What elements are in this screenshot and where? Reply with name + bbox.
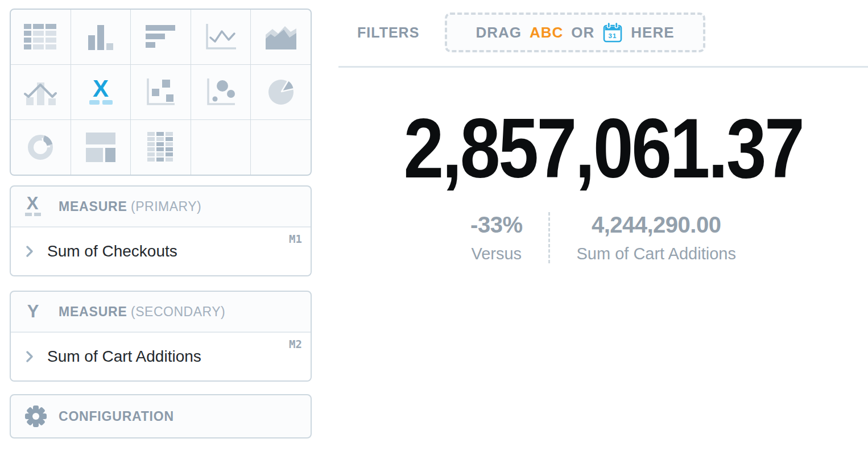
measure-secondary-panel: Y MEASURE (SECONDARY) Sum of Cart Additi… — [10, 291, 312, 382]
comparison-delta: -33% Versus — [470, 212, 548, 263]
kpi-number-icon: X — [85, 77, 117, 107]
chevron-right-icon — [26, 245, 34, 258]
chart-type-kpi-number[interactable]: X — [71, 65, 131, 119]
gear-icon — [24, 405, 47, 428]
horizontal-bar-chart-icon — [146, 25, 175, 49]
chart-type-pie-chart[interactable] — [251, 65, 311, 119]
measure-label: Sum of Cart Additions — [47, 347, 201, 366]
chart-type-area-chart[interactable] — [251, 10, 311, 64]
measure-tag: M2 — [289, 338, 302, 350]
chart-type-bar-chart[interactable] — [71, 10, 131, 64]
area-chart-icon — [264, 23, 297, 51]
measure-primary-header[interactable]: X MEASURE (PRIMARY) — [11, 187, 311, 226]
sidebar: X — [10, 9, 312, 438]
main-area: FILTERS DRAG ABC OR 31 HERE 2,857,061.37… — [338, 0, 868, 263]
y-axis-icon: Y — [24, 299, 47, 324]
chevron-right-icon — [26, 350, 34, 363]
chart-type-dashboard-layout[interactable] — [71, 120, 131, 175]
configuration-title: CONFIGURATION — [59, 409, 174, 424]
analytics-query-builder: X — [0, 0, 868, 451]
filter-dropzone[interactable]: DRAG ABC OR 31 HERE — [445, 13, 705, 52]
chart-type-empty-cell — [251, 120, 311, 175]
line-chart-icon — [204, 23, 237, 51]
dropzone-word-or: OR — [571, 24, 594, 42]
panel-qualifier: (PRIMARY) — [131, 199, 201, 214]
bubble-chart-icon — [205, 77, 236, 107]
chart-type-horizontal-bar-chart[interactable] — [131, 10, 191, 64]
dropzone-word-drag: DRAG — [476, 24, 522, 42]
svg-text:X: X — [93, 77, 109, 102]
chart-type-empty-cell — [191, 120, 251, 175]
calendar-31-icon: 31 — [602, 22, 623, 43]
dropzone-word-here: HERE — [631, 24, 674, 42]
bar-chart-icon — [87, 23, 114, 51]
kpi-comparison: -33% Versus 4,244,290.00 Sum of Cart Add… — [338, 212, 868, 263]
kpi-value: 2,857,061.37 — [375, 106, 831, 191]
svg-text:X: X — [27, 194, 39, 213]
comparison-baseline-label: Sum of Cart Additions — [576, 245, 735, 263]
abc-property-icon: ABC — [530, 24, 563, 42]
pie-chart-icon — [267, 78, 295, 106]
chart-type-grid: X — [10, 9, 312, 176]
measure-primary-row[interactable]: Sum of Checkouts M1 — [11, 226, 311, 275]
chart-type-data-table[interactable] — [11, 10, 71, 64]
chart-type-combo-chart[interactable] — [11, 65, 71, 119]
measure-secondary-header[interactable]: Y MEASURE (SECONDARY) — [11, 292, 311, 332]
measure-secondary-row[interactable]: Sum of Cart Additions M2 — [11, 332, 311, 380]
chart-type-line-chart[interactable] — [191, 10, 251, 64]
comparison-delta-label: Versus — [470, 245, 522, 263]
measure-tag: M1 — [289, 233, 302, 245]
panel-title: MEASURE — [59, 304, 127, 319]
measure-label: Sum of Checkouts — [47, 242, 177, 260]
data-table-icon — [24, 24, 57, 50]
panel-qualifier: (SECONDARY) — [131, 304, 225, 319]
svg-text:Y: Y — [27, 301, 39, 321]
comparison-delta-percent: -33% — [470, 212, 522, 238]
measure-primary-panel: X MEASURE (PRIMARY) Sum of Checkouts M1 — [10, 185, 312, 276]
pivot-table-icon — [147, 132, 173, 163]
dashboard-layout-icon — [86, 133, 115, 162]
configuration-panel[interactable]: CONFIGURATION — [10, 394, 312, 438]
chart-type-scatter-plot[interactable] — [131, 65, 191, 119]
chart-type-donut-chart[interactable] — [11, 120, 71, 175]
x-axis-icon: X — [24, 194, 47, 219]
chart-type-pivot-table[interactable] — [131, 120, 191, 175]
chart-type-bubble-chart[interactable] — [191, 65, 251, 119]
filters-label: FILTERS — [357, 24, 445, 41]
panel-title: MEASURE — [59, 199, 127, 214]
section-divider — [338, 66, 868, 68]
comparison-baseline-value: 4,244,290.00 — [576, 212, 735, 238]
combo-chart-icon — [24, 78, 57, 106]
filters-bar: FILTERS DRAG ABC OR 31 HERE — [338, 12, 868, 53]
scatter-plot-icon — [145, 77, 176, 107]
donut-chart-icon — [26, 133, 55, 162]
comparison-baseline: 4,244,290.00 Sum of Cart Additions — [550, 212, 735, 263]
svg-text:31: 31 — [609, 32, 617, 39]
